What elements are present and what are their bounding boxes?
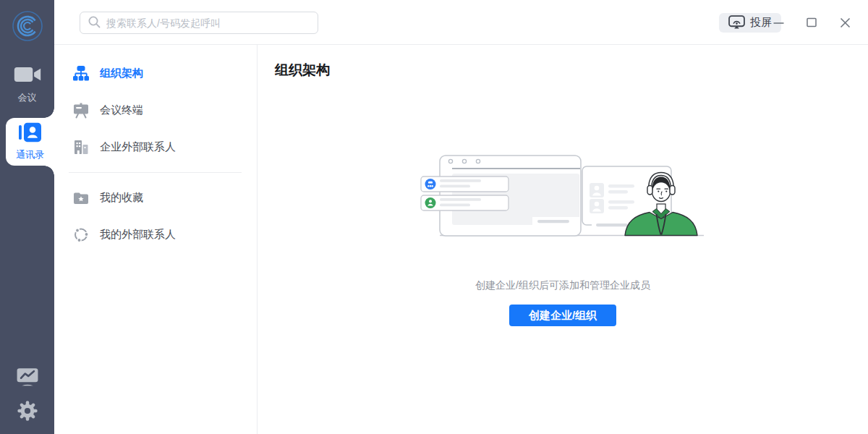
c-rings-logo xyxy=(9,8,46,44)
app-window: 会议 通讯录 xyxy=(0,0,868,434)
sidebar-item-org-structure[interactable]: 组织架构 xyxy=(54,55,257,92)
sidebar-item-label: 组织架构 xyxy=(100,67,143,80)
folder-star-icon xyxy=(72,190,90,207)
window-controls xyxy=(770,12,854,33)
video-camera-icon xyxy=(13,64,42,88)
buildings-icon xyxy=(72,139,90,156)
sidebar-item-my-favorites[interactable]: 我的收藏 xyxy=(54,179,257,216)
sidebar-item-meeting-terminal[interactable]: 会议终端 xyxy=(54,92,257,129)
settings-gear-icon xyxy=(16,399,39,422)
rail-bottom xyxy=(0,365,54,424)
sidebar-item-external-company-contacts[interactable]: 企业外部联系人 xyxy=(54,129,257,166)
stats-monitor-icon xyxy=(14,366,41,388)
empty-state: 创建企业/组织后可添加和管理企业成员 创建企业/组织 xyxy=(258,143,868,326)
contacts-sidebar: 组织架构 会议终端 xyxy=(54,45,258,434)
search-box[interactable] xyxy=(80,12,318,34)
app-logo xyxy=(9,8,46,44)
sidebar-divider xyxy=(69,172,242,173)
page-title: 组织架构 xyxy=(275,61,330,80)
maximize-button[interactable] xyxy=(803,12,820,33)
network-contacts-icon xyxy=(72,226,90,244)
stats-button[interactable] xyxy=(13,365,42,389)
minimize-icon xyxy=(773,17,784,28)
create-org-button[interactable]: 创建企业/组织 xyxy=(509,305,616,326)
settings-button[interactable] xyxy=(14,398,41,424)
minimize-button[interactable] xyxy=(770,12,787,33)
org-chart-icon xyxy=(72,65,90,82)
sidebar-item-label: 企业外部联系人 xyxy=(100,140,176,154)
tab-curve-bottom xyxy=(44,166,54,176)
sidebar-item-label: 我的收藏 xyxy=(100,191,143,205)
close-button[interactable] xyxy=(836,12,854,33)
rail-item-meeting[interactable]: 会议 xyxy=(0,64,54,104)
cast-screen-icon xyxy=(728,14,745,32)
tab-curve-top xyxy=(44,108,54,118)
left-rail: 会议 通讯录 xyxy=(0,0,54,434)
topbar: 投屏 xyxy=(54,0,868,45)
sidebar-item-label: 会议终端 xyxy=(100,103,143,117)
search-input[interactable] xyxy=(106,17,310,29)
rail-item-label: 会议 xyxy=(18,91,37,104)
main-content: 组织架构 xyxy=(258,45,868,434)
contacts-book-icon xyxy=(19,122,41,145)
org-empty-illustration xyxy=(411,143,715,252)
meeting-terminal-icon xyxy=(72,102,90,119)
close-icon xyxy=(840,17,851,28)
search-icon xyxy=(88,15,101,31)
sidebar-item-label: 我的外部联系人 xyxy=(100,228,176,242)
empty-state-hint: 创建企业/组织后可添加和管理企业成员 xyxy=(258,279,868,292)
sidebar-item-my-external-contacts[interactable]: 我的外部联系人 xyxy=(54,216,257,253)
maximize-icon xyxy=(807,17,817,27)
cast-screen-label: 投屏 xyxy=(750,16,772,30)
rail-item-contacts[interactable]: 通讯录 xyxy=(6,118,54,166)
rail-item-label: 通讯录 xyxy=(16,148,44,161)
